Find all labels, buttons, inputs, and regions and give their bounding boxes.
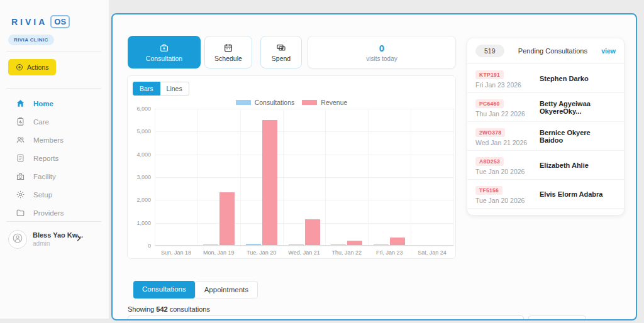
gridline: [155, 155, 453, 155]
sidebar-item-members[interactable]: Members: [0, 131, 109, 149]
sidebar-item-label: Members: [33, 136, 64, 144]
pending-item-meta: 2WO378Wed Jan 21 2026: [475, 126, 540, 146]
tab-appointments[interactable]: Appointments: [195, 281, 258, 298]
gridline: [411, 109, 411, 246]
pending-item-name: Betty Agyeiwaa OkyereOky...: [540, 100, 616, 115]
pending-item[interactable]: 2WO378Wed Jan 21 2026Bernice Okyere Baid…: [467, 122, 624, 151]
sidebar-item-label: Reports: [33, 155, 58, 162]
providers-icon: [16, 208, 25, 217]
pending-item[interactable]: KTP191Fri Jan 23 2026Stephen Darko: [467, 64, 624, 93]
pending-title: Pending Consultations: [504, 47, 602, 55]
pending-consultations-card: 519 Pending Consultations view KTP191Fri…: [467, 38, 625, 216]
pending-item[interactable]: PC6460Thu Jan 22 2026Betty Agyeiwaa Okye…: [467, 93, 624, 122]
chart-toggle-bars[interactable]: Bars: [133, 82, 160, 96]
filter-button[interactable]: [528, 315, 586, 320]
spend-card[interactable]: Spend: [260, 36, 302, 68]
pending-item-name: Elvis Elorm Adabra: [540, 190, 602, 198]
user-menu[interactable]: Bless Yao Kw... admin: [0, 226, 109, 254]
gridline: [155, 177, 453, 178]
legend-swatch: [236, 100, 251, 105]
consultations-bar: [246, 244, 261, 245]
consultations-bar: [289, 244, 304, 246]
y-tick-label: 3,000: [128, 174, 151, 180]
revenue-bar: [390, 238, 405, 245]
chart-toggle-lines[interactable]: Lines: [160, 82, 189, 96]
actions-button[interactable]: Actions: [8, 59, 56, 75]
search-input[interactable]: [128, 315, 524, 320]
logo-text: RIVIA: [11, 17, 47, 27]
home-icon: [16, 99, 25, 108]
gridline: [325, 109, 326, 246]
legend-swatch: [302, 100, 317, 105]
pending-item-date: Tue Jan 20 2026: [475, 168, 540, 175]
chart-view-toggle: BarsLines: [133, 82, 189, 96]
x-tick-label: Sun, Jan 18: [155, 249, 197, 256]
pending-list: KTP191Fri Jan 23 2026Stephen DarkoPC6460…: [467, 64, 624, 209]
sidebar-item-home[interactable]: Home: [0, 94, 109, 112]
gridline: [155, 200, 453, 200]
legend-label: Revenue: [321, 99, 347, 106]
consultations-bar: [331, 244, 346, 246]
pending-count-badge: 519: [475, 45, 504, 57]
actions-label: Actions: [27, 63, 48, 71]
chart-plot: [155, 109, 453, 246]
medical-bag-icon: [159, 43, 169, 53]
revenue-bar: [219, 192, 235, 245]
legend-item-consultations: Consultations: [236, 99, 295, 106]
sidebar-item-setup[interactable]: Setup: [0, 185, 109, 204]
sidebar-item-label: Home: [33, 100, 53, 107]
schedule-card-label: Schedule: [214, 55, 242, 62]
consultations-bar: [203, 244, 218, 246]
sidebar-item-care[interactable]: Care: [0, 112, 109, 131]
sidebar-item-label: Care: [33, 118, 49, 126]
chevron-right-icon[interactable]: [74, 234, 83, 243]
sidebar-divider: [6, 88, 101, 89]
members-icon: [16, 135, 25, 145]
reports-icon: [16, 153, 25, 163]
y-tick-label: 4,000: [128, 151, 151, 158]
showing-count: 542: [156, 305, 167, 313]
chart-card: BarsLines ConsultationsRevenue 01,0002,0…: [127, 75, 456, 259]
app-logo: RIVIA OS: [11, 15, 70, 28]
calendar-icon: [223, 43, 233, 53]
schedule-card[interactable]: Schedule: [204, 36, 252, 68]
legend-label: Consultations: [255, 99, 295, 106]
sidebar-item-facility[interactable]: Facility: [0, 167, 109, 185]
pending-item-meta: KTP191Fri Jan 23 2026: [475, 68, 540, 89]
sidebar-item-label: Providers: [33, 209, 64, 217]
main-panel: Consultation Schedule Spend 0 visits tod…: [111, 13, 637, 320]
consultation-card[interactable]: Consultation: [128, 36, 201, 68]
revenue-bar: [262, 120, 277, 245]
x-tick-label: Thu, Jan 22: [325, 249, 368, 256]
pending-item-date: Thu Jan 22 2026: [475, 110, 540, 118]
facility-icon: [16, 172, 25, 181]
pending-item-name: Bernice Okyere Baidoo: [540, 129, 616, 144]
y-tick-label: 2,000: [128, 197, 151, 203]
care-icon: [16, 117, 25, 126]
pending-item[interactable]: TF5156Tue Jan 20 2026Elvis Elorm Adabra: [467, 180, 624, 209]
visits-label: visits today: [366, 55, 397, 62]
cash-icon: [276, 43, 286, 53]
tab-consultations[interactable]: Consultations: [133, 281, 195, 298]
dashboard-screen: RIVIA OS RIVIA CLINIC Actions HomeCareMe…: [0, 0, 644, 323]
pending-item-meta: A8D253Tue Jan 20 2026: [475, 155, 540, 175]
x-axis-line: [155, 245, 453, 246]
showing-prefix: Showing: [128, 305, 154, 313]
sidebar-item-label: Facility: [33, 173, 56, 180]
pending-item-id-badge: TF5156: [475, 186, 502, 195]
sidebar-divider: [6, 221, 101, 222]
plus-circle-icon: [16, 63, 23, 71]
pending-view-link[interactable]: view: [601, 47, 616, 55]
gridline: [453, 109, 454, 246]
sidebar-item-reports[interactable]: Reports: [0, 149, 109, 167]
sidebar-item-providers[interactable]: Providers: [0, 204, 109, 222]
user-circle-icon: [12, 233, 23, 246]
search-icon: [513, 319, 520, 320]
logo-os-box: OS: [50, 15, 70, 28]
pending-item[interactable]: A8D253Tue Jan 20 2026Elizabeth Ahlie: [467, 151, 624, 180]
avatar: [8, 230, 27, 249]
sidebar-nav: HomeCareMembersReportsFacilitySetupProvi…: [0, 94, 109, 222]
gridline: [240, 109, 241, 246]
y-tick-label: 0: [128, 243, 151, 249]
sidebar: RIVIA OS RIVIA CLINIC Actions HomeCareMe…: [0, 0, 109, 319]
